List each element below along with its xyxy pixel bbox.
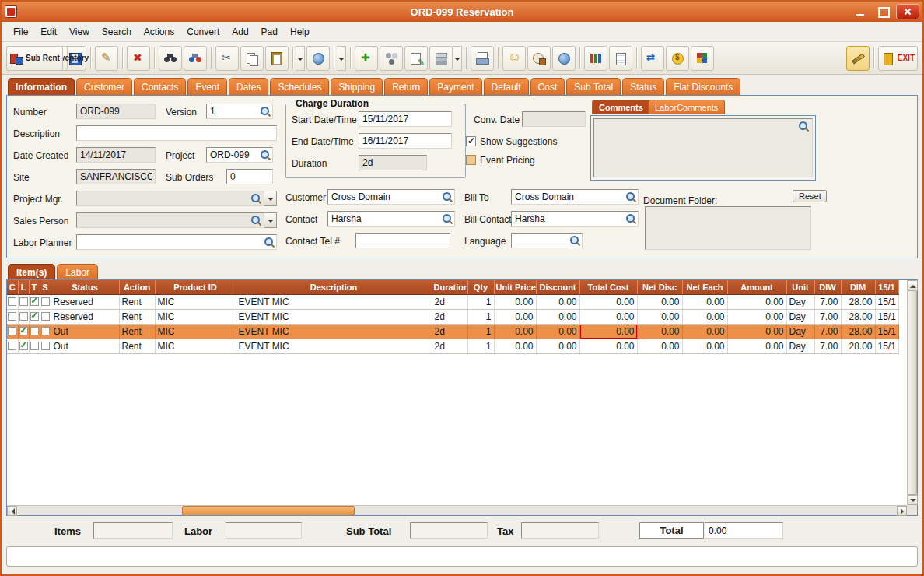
item-row[interactable]: OutRentMICEVENT MIC2d10.000.000.000.000.…: [7, 339, 898, 353]
row-checkbox[interactable]: [30, 342, 39, 350]
row-checkbox[interactable]: [41, 312, 50, 321]
row-checkbox[interactable]: [19, 297, 28, 306]
scroll-left-icon[interactable]: [7, 506, 17, 516]
cell-status[interactable]: Out: [51, 324, 119, 339]
minimize-button[interactable]: [852, 5, 870, 19]
column-header-c[interactable]: C: [7, 280, 18, 294]
tab-item-s-[interactable]: Item(s): [8, 264, 55, 279]
tab-dates[interactable]: Dates: [229, 78, 268, 95]
row-checkbox[interactable]: [19, 312, 28, 321]
cell-qty[interactable]: 1: [467, 339, 494, 353]
cell-unit[interactable]: Day: [786, 294, 814, 309]
transfer-button[interactable]: [641, 46, 664, 71]
language-search-icon[interactable]: [569, 235, 580, 246]
tab-sub-total[interactable]: Sub Total: [566, 78, 621, 95]
tab-payment[interactable]: Payment: [429, 78, 481, 95]
menu-file[interactable]: File: [8, 24, 33, 40]
cell-duration[interactable]: 2d: [432, 309, 467, 324]
item-row[interactable]: OutRentMICEVENT MIC2d10.000.000.000.000.…: [7, 324, 898, 339]
cell-qty[interactable]: 1: [467, 294, 494, 309]
cell-description[interactable]: EVENT MIC: [236, 309, 432, 324]
cell-total-cost[interactable]: 0.00: [579, 324, 637, 339]
tab-return[interactable]: Return: [384, 78, 428, 95]
project-mgr-search-icon[interactable]: [250, 193, 261, 204]
cell-net-each[interactable]: 0.00: [682, 294, 727, 309]
scroll-up-icon[interactable]: [908, 280, 918, 290]
row-checkbox[interactable]: [19, 327, 28, 335]
number-field[interactable]: [76, 104, 156, 119]
cell-discount[interactable]: 0.00: [536, 339, 579, 353]
menu-add[interactable]: Add: [226, 24, 254, 40]
cell-qty[interactable]: 1: [467, 324, 494, 339]
cell-duration[interactable]: 2d: [432, 339, 467, 353]
contact-tel-field[interactable]: [355, 233, 450, 248]
column-header-discount[interactable]: Discount: [536, 280, 579, 294]
cell-diw[interactable]: 7.00: [814, 339, 841, 353]
cell-action[interactable]: Rent: [119, 294, 155, 309]
column-header-15-1[interactable]: 15/1: [875, 280, 898, 294]
tax-field[interactable]: [521, 522, 599, 539]
menu-pad[interactable]: Pad: [256, 24, 283, 40]
project-mgr-dropdown[interactable]: [264, 191, 277, 206]
cell-product-id[interactable]: MIC: [155, 294, 236, 309]
quick-tools-button[interactable]: [846, 46, 870, 71]
cell-product-id[interactable]: MIC: [155, 339, 236, 353]
tab-customer[interactable]: Customer: [76, 78, 132, 95]
total-field[interactable]: [705, 522, 783, 539]
duration-field[interactable]: [359, 155, 427, 170]
sales-person-dropdown[interactable]: [264, 212, 277, 228]
vertical-scroll-thumb[interactable]: [908, 290, 917, 495]
cell-net-each[interactable]: 0.00: [682, 339, 727, 353]
cell-15-1[interactable]: 15/1: [875, 309, 898, 324]
date-created-field[interactable]: [76, 147, 156, 163]
delete-button[interactable]: [127, 46, 150, 71]
row-checkbox[interactable]: [41, 342, 50, 350]
cell-action[interactable]: Rent: [119, 324, 155, 339]
notes-button[interactable]: [609, 46, 632, 71]
column-header-l[interactable]: L: [18, 280, 29, 294]
cell-product-id[interactable]: MIC: [155, 324, 236, 339]
find-replace-button[interactable]: [184, 46, 207, 71]
contact-search-icon[interactable]: [442, 213, 453, 224]
tab-default[interactable]: Default: [484, 78, 529, 95]
scroll-right-icon[interactable]: [897, 506, 907, 516]
row-checkbox[interactable]: [8, 312, 16, 321]
close-button[interactable]: [896, 4, 919, 19]
column-header-qty[interactable]: Qty: [467, 280, 494, 294]
site-field[interactable]: [76, 169, 156, 184]
add-item-button[interactable]: [355, 46, 378, 71]
customer-field[interactable]: [327, 189, 455, 205]
cell-discount[interactable]: 0.00: [536, 309, 579, 324]
cell-unit[interactable]: Day: [786, 324, 814, 339]
end-date-field[interactable]: [359, 133, 452, 149]
tab-labor[interactable]: Labor: [57, 264, 98, 279]
cell-total-cost[interactable]: 0.00: [579, 294, 637, 309]
row-checkbox[interactable]: [41, 297, 50, 306]
cell-status[interactable]: Out: [51, 339, 119, 353]
cell-status[interactable]: Reserved: [51, 294, 119, 309]
comments-search-icon[interactable]: [798, 121, 809, 132]
cell-15-1[interactable]: 15/1: [875, 339, 898, 353]
contact-field[interactable]: [327, 211, 455, 227]
column-header-t[interactable]: T: [29, 280, 40, 294]
cell-total-cost[interactable]: 0.00: [579, 339, 637, 353]
cell-amount[interactable]: 0.00: [727, 339, 786, 353]
modules-button[interactable]: [691, 46, 714, 71]
row-checkbox[interactable]: [30, 312, 39, 321]
edit-notes-button[interactable]: [404, 46, 428, 71]
cell-description[interactable]: EVENT MIC: [236, 324, 432, 339]
column-header-net-disc[interactable]: Net Disc: [637, 280, 682, 294]
horizontal-scrollbar[interactable]: [7, 505, 907, 515]
sales-person-field[interactable]: [76, 212, 264, 228]
tab-status[interactable]: Status: [622, 78, 664, 95]
tab-contacts[interactable]: Contacts: [134, 78, 186, 95]
cell-description[interactable]: EVENT MIC: [236, 339, 432, 353]
billing-button[interactable]: [666, 46, 689, 71]
menu-help[interactable]: Help: [285, 24, 315, 40]
row-checkbox[interactable]: [8, 327, 16, 335]
row-checkbox[interactable]: [30, 327, 39, 335]
copy-button[interactable]: [240, 46, 264, 71]
layers-button[interactable]: [429, 46, 453, 71]
menu-convert[interactable]: Convert: [181, 24, 225, 40]
layers-dropdown[interactable]: [453, 46, 462, 71]
